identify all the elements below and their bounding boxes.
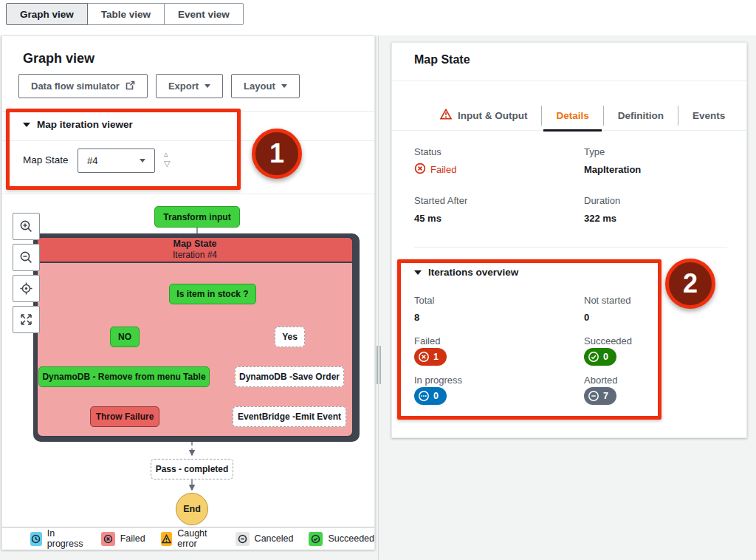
- chevron-down-icon: [140, 159, 145, 163]
- succeeded-count-badge: 0: [584, 348, 616, 366]
- zoom-in-icon: [19, 219, 33, 233]
- node-dynamodb-remove[interactable]: DynamoDB - Remove from menu Table: [38, 366, 210, 387]
- clock-icon: [30, 532, 42, 546]
- succeeded-count: 0: [603, 352, 608, 362]
- warning-triangle-icon: [440, 109, 452, 122]
- total-label: Total: [414, 295, 434, 306]
- type-value: MapIteration: [584, 164, 641, 175]
- started-after-label: Started After: [414, 195, 467, 206]
- zoom-out-button[interactable]: [13, 244, 40, 271]
- failed-count-badge: 1: [414, 348, 447, 366]
- tab-graph-view[interactable]: Graph view: [6, 3, 88, 25]
- iterations-overview-toggle[interactable]: Iterations overview: [414, 267, 518, 278]
- node-throw-failure[interactable]: Throw Failure: [90, 406, 159, 427]
- divider: [2, 140, 374, 141]
- legend-succeeded: Succeeded: [309, 532, 374, 546]
- divider: [2, 111, 374, 112]
- map-state-select-label: Map State: [23, 154, 69, 165]
- chevron-down-icon: [205, 84, 210, 88]
- circle-x-icon: [414, 163, 426, 177]
- duration-label: Duration: [584, 195, 620, 206]
- tab-input-output[interactable]: Input & Output: [426, 100, 541, 131]
- iterations-overview-title: Iterations overview: [428, 267, 518, 278]
- status-text: Failed: [430, 164, 456, 175]
- stepper-down-icon[interactable]: ▽: [164, 159, 170, 168]
- type-label: Type: [584, 146, 605, 157]
- view-tab-group: Graph view Table view Event view: [6, 3, 244, 25]
- data-flow-simulator-label: Data flow simulator: [31, 81, 120, 92]
- iteration-select-value: #4: [87, 155, 97, 166]
- graph-canvas: Map State Iteration #4: [2, 195, 374, 527]
- circle-minus-icon: [588, 390, 599, 402]
- node-dynamodb-save-order[interactable]: DynamoDB -Save Order: [235, 366, 344, 387]
- graph-view-panel: Graph view Data flow simulator Export La…: [1, 35, 375, 550]
- status-value: Failed: [414, 163, 456, 177]
- tab-events[interactable]: Events: [678, 100, 739, 131]
- details-tab-bar: Input & Output Details Definition Events: [392, 100, 746, 131]
- data-flow-simulator-button[interactable]: Data flow simulator: [18, 74, 148, 98]
- legend-label: In progress: [47, 528, 86, 549]
- triangle-down-icon: [414, 270, 422, 275]
- map-iteration-viewer-toggle[interactable]: Map iteration viewer: [23, 119, 133, 130]
- tab-label: Input & Output: [458, 110, 527, 121]
- in-progress-count: 0: [433, 391, 439, 401]
- warning-triangle-icon: [161, 532, 173, 546]
- zoom-out-icon: [19, 250, 33, 264]
- zoom-in-button[interactable]: [13, 213, 40, 240]
- node-branch-yes[interactable]: Yes: [275, 327, 305, 347]
- circle-x-icon: [418, 351, 430, 363]
- circle-check-icon: [588, 351, 599, 363]
- legend-caught-error: Caught error: [161, 528, 220, 549]
- circle-minus-icon: [236, 532, 250, 546]
- center-graph-button[interactable]: [13, 275, 40, 302]
- legend-label: Failed: [120, 533, 145, 544]
- divider: [392, 81, 746, 81]
- export-button[interactable]: Export: [156, 74, 223, 98]
- legend-label: Canceled: [255, 533, 294, 544]
- failed-count: 1: [433, 352, 439, 362]
- panel-resize-handle[interactable]: [376, 346, 382, 384]
- node-transform-input[interactable]: Transform input: [154, 206, 240, 228]
- divider: [2, 194, 374, 194]
- node-is-item-in-stock[interactable]: Is item in stock ?: [169, 284, 256, 304]
- node-pass-completed[interactable]: Pass - completed: [151, 459, 233, 479]
- failed-label: Failed: [414, 335, 440, 346]
- tab-label: Details: [556, 110, 588, 121]
- node-map-state-header[interactable]: Map State Iteration #4: [38, 238, 352, 263]
- center-target-icon: [19, 281, 33, 296]
- map-iteration-viewer-title: Map iteration viewer: [37, 119, 133, 130]
- tab-table-view[interactable]: Table view: [87, 3, 165, 25]
- succeeded-label: Succeeded: [584, 335, 632, 346]
- iteration-select[interactable]: #4: [78, 148, 155, 173]
- not-started-value: 0: [584, 312, 589, 323]
- divider: [414, 247, 727, 247]
- tab-details[interactable]: Details: [542, 100, 602, 131]
- status-label: Status: [414, 146, 441, 157]
- duration-value: 322 ms: [584, 213, 616, 224]
- aborted-count: 7: [603, 391, 608, 401]
- layout-button[interactable]: Layout: [231, 74, 300, 98]
- started-after-value: 45 ms: [414, 213, 441, 224]
- graph-toolbar: Data flow simulator Export Layout: [18, 74, 300, 98]
- triangle-down-icon: [23, 123, 30, 127]
- total-value: 8: [414, 312, 419, 323]
- in-progress-label: In progress: [414, 375, 462, 386]
- node-end[interactable]: End: [176, 493, 208, 525]
- tab-event-view[interactable]: Event view: [164, 3, 244, 25]
- panel-divider: [378, 35, 379, 560]
- state-details-panel: Map State Input & Output Details Definit…: [391, 42, 747, 438]
- node-eventbridge-emit-event[interactable]: EventBridge -Emit Event: [233, 406, 346, 427]
- node-branch-no[interactable]: NO: [110, 327, 140, 347]
- legend-label: Succeeded: [328, 533, 374, 544]
- tab-label: Definition: [618, 110, 664, 121]
- map-state-name: Map State: [173, 239, 216, 250]
- not-started-label: Not started: [584, 295, 631, 306]
- stepper-up-icon[interactable]: ▵: [164, 149, 170, 159]
- chevron-down-icon: [281, 84, 287, 88]
- circle-x-icon: [101, 532, 115, 546]
- status-legend: In progress Failed Caught error Canceled: [2, 527, 374, 550]
- tab-definition[interactable]: Definition: [604, 100, 678, 131]
- iteration-stepper[interactable]: ▵ ▽: [164, 149, 170, 168]
- graph-view-title: Graph view: [23, 51, 94, 66]
- fit-view-button[interactable]: [13, 306, 40, 333]
